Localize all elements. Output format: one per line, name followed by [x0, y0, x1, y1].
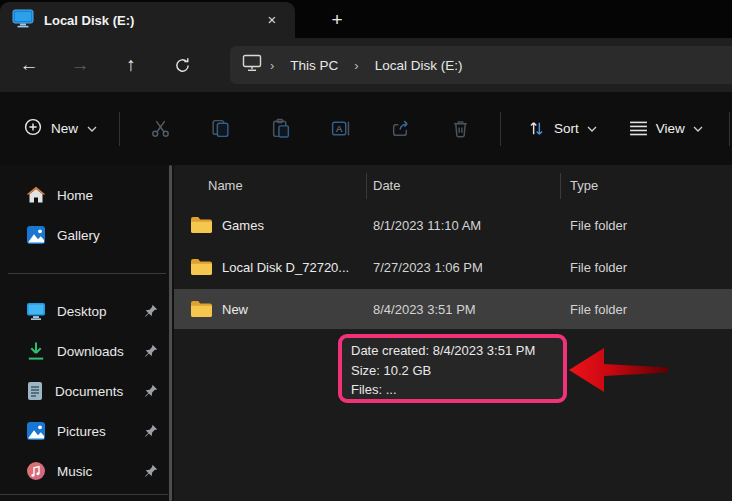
sidebar-scrollbar[interactable] [169, 165, 172, 501]
delete-button[interactable] [436, 108, 484, 150]
forward-button[interactable]: → [58, 47, 102, 83]
sidebar-item-gallery[interactable]: Gallery [0, 215, 174, 255]
chevron-down-icon [87, 126, 97, 132]
file-type: File folder [560, 218, 627, 233]
annotation-arrow-icon [568, 347, 670, 393]
desktop-icon [26, 302, 46, 320]
new-button-label: New [51, 121, 78, 136]
clipboard-icon [270, 118, 291, 139]
view-button[interactable]: View [617, 113, 715, 144]
command-toolbar: New A [0, 92, 732, 165]
column-header-date[interactable]: Date [366, 178, 560, 193]
gallery-icon [26, 225, 46, 245]
sidebar-item-downloads[interactable]: Downloads [0, 331, 174, 371]
file-row-new[interactable]: New 8/4/2023 3:51 PM File folder [174, 289, 732, 329]
sidebar-item-label: Documents [55, 384, 123, 399]
pictures-icon [26, 421, 46, 441]
column-divider[interactable] [366, 173, 367, 199]
file-row-local-disk-d[interactable]: Local Disk D_72720... 7/27/2023 1:06 PM … [174, 247, 732, 287]
sidebar-item-desktop[interactable]: Desktop [0, 291, 174, 331]
monitor-icon [242, 54, 262, 76]
breadcrumb-local-disk-e[interactable]: Local Disk (E:) [367, 54, 471, 77]
documents-icon [26, 381, 44, 401]
toolbar-divider [729, 112, 730, 146]
folder-icon [190, 258, 212, 276]
nav-buttons: ← → ↑ [0, 47, 230, 83]
toolbar-divider [119, 112, 120, 146]
file-name: Local Disk D_72720... [222, 260, 349, 275]
pin-icon[interactable] [144, 304, 158, 318]
copy-icon [210, 118, 231, 139]
column-header-name[interactable]: Name [174, 178, 366, 193]
folder-info-tooltip: Date created: 8/4/2023 3:51 PM Size: 10.… [338, 334, 567, 403]
pin-icon[interactable] [144, 464, 158, 478]
file-name: New [222, 302, 248, 317]
file-name-cell: New [174, 300, 366, 318]
tooltip-files: Files: ... [351, 380, 554, 400]
file-date: 8/1/2023 11:10 AM [366, 218, 560, 233]
copy-button[interactable] [196, 108, 244, 150]
sidebar-item-label: Gallery [57, 228, 100, 243]
sort-button-label: Sort [554, 121, 579, 136]
sort-button[interactable]: Sort [515, 111, 609, 146]
trash-icon [450, 118, 471, 139]
file-type: File folder [560, 260, 627, 275]
sidebar-divider [8, 273, 166, 274]
svg-text:A: A [336, 123, 343, 134]
sort-icon [527, 119, 546, 138]
tab-close-icon[interactable]: × [261, 9, 283, 31]
column-divider[interactable] [560, 173, 561, 199]
file-list-panel: Name Date Type Games 8/1/2023 11:10 AM F… [174, 165, 732, 501]
sidebar-item-label: Desktop [57, 304, 107, 319]
share-button[interactable] [376, 108, 424, 150]
new-button[interactable]: New [12, 110, 109, 147]
address-bar[interactable]: › This PC › Local Disk (E:) [230, 46, 732, 84]
pin-icon[interactable] [144, 384, 158, 398]
file-type: File folder [560, 302, 627, 317]
sidebar-item-label: Downloads [57, 344, 124, 359]
tab-title: Local Disk (E:) [44, 13, 261, 28]
home-icon [26, 186, 46, 204]
column-headers: Name Date Type [174, 165, 732, 205]
file-row-games[interactable]: Games 8/1/2023 11:10 AM File folder [174, 205, 732, 245]
navigation-bar: ← → ↑ › This PC › Local Disk (E:) [0, 38, 732, 92]
breadcrumb-this-pc[interactable]: This PC [282, 54, 346, 77]
explorer-tab[interactable]: Local Disk (E:) × [0, 2, 295, 38]
rename-icon: A [330, 118, 351, 139]
pin-icon[interactable] [144, 424, 158, 438]
view-button-label: View [656, 121, 685, 136]
refresh-button[interactable] [160, 47, 204, 83]
music-icon [26, 461, 46, 481]
folder-icon [190, 300, 212, 318]
sidebar-item-label: Pictures [57, 424, 106, 439]
tooltip-size: Size: 10.2 GB [351, 361, 554, 381]
tooltip-date-created: Date created: 8/4/2023 3:51 PM [351, 341, 554, 361]
breadcrumb-separator: › [350, 58, 362, 73]
rename-button[interactable]: A [316, 108, 364, 150]
sidebar: Home Gallery Desktop [0, 165, 174, 501]
sidebar-item-label: Home [57, 188, 93, 203]
sidebar-item-label: Music [57, 464, 92, 479]
sidebar-item-documents[interactable]: Documents [0, 371, 174, 411]
sidebar-item-pictures[interactable]: Pictures [0, 411, 174, 451]
view-list-icon [629, 121, 648, 136]
sidebar-bottom-divider [0, 494, 168, 495]
paste-button[interactable] [256, 108, 304, 150]
sidebar-item-music[interactable]: Music [0, 451, 174, 491]
toolbar-divider [500, 112, 501, 146]
file-date: 8/4/2023 3:51 PM [366, 302, 560, 317]
chevron-down-icon [587, 126, 597, 132]
pin-icon[interactable] [144, 344, 158, 358]
content-area: Home Gallery Desktop [0, 165, 732, 501]
cut-button[interactable] [136, 108, 184, 150]
chevron-down-icon [693, 126, 703, 132]
share-icon [390, 118, 411, 139]
downloads-icon [26, 341, 46, 361]
new-tab-button[interactable]: + [325, 9, 349, 31]
up-button[interactable]: ↑ [109, 47, 153, 83]
column-header-type[interactable]: Type [560, 178, 598, 193]
back-button[interactable]: ← [7, 47, 51, 83]
file-name-cell: Local Disk D_72720... [174, 258, 366, 276]
sidebar-item-home[interactable]: Home [0, 175, 174, 215]
scissors-icon [150, 118, 171, 139]
